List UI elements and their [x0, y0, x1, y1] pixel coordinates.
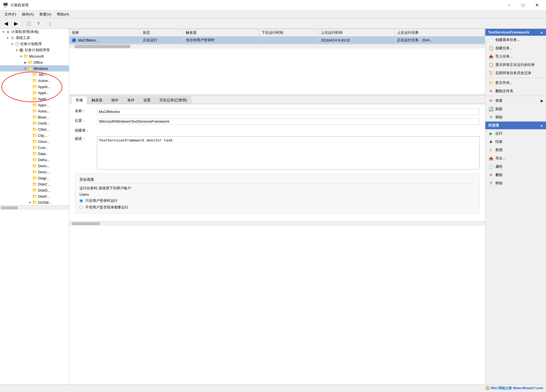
tree-node-appx[interactable]: 📁 Appx... [0, 102, 69, 108]
col-last-run[interactable]: 上次运行时间 [319, 29, 395, 37]
hscroll-thumb[interactable] [1, 207, 18, 209]
action-stop[interactable]: ■ 结束 [485, 138, 546, 146]
tree-node-appli2[interactable]: 📁 Appli... [0, 96, 69, 102]
detail-hscroll-thumb[interactable] [72, 222, 100, 225]
tab-trigger[interactable]: 触发器 [87, 96, 107, 104]
menu-file[interactable]: 文件(F) [2, 11, 19, 18]
action-create-task[interactable]: 📋 创建任务... [485, 44, 546, 52]
name-input[interactable] [97, 109, 480, 115]
tree-node-office[interactable]: ▶ 📁 Office [0, 59, 69, 65]
action-export[interactable]: 📤 导出... [485, 154, 546, 163]
collapse-selected-arrow[interactable]: ▲ [540, 123, 543, 127]
task-next-run-cell [259, 37, 319, 44]
forward-button[interactable]: ▶ [12, 19, 20, 28]
diskc-folder-icon: 📁 [32, 182, 37, 187]
action-disable[interactable]: ⬇ 禁用 [485, 146, 546, 154]
minimize-button[interactable]: － [503, 1, 516, 10]
radio-always-run[interactable] [79, 206, 83, 209]
expand-windows[interactable]: ▼ [23, 67, 28, 70]
action-enable-history[interactable]: 📜 启用所有任务历史记录 [485, 69, 546, 77]
col-last-result[interactable]: 上次运行结果 [395, 29, 485, 37]
tree-node-defra[interactable]: 📁 Defra... [0, 157, 69, 163]
close-button[interactable]: ✕ [530, 1, 543, 10]
menu-action[interactable]: 操作(A) [19, 11, 37, 18]
tree-node-task-lib[interactable]: ▼ 📚 任务计划程序库 [0, 47, 69, 53]
tree-node-dusm[interactable]: ▼ 📁 DUSM... [0, 199, 69, 205]
collapse-main-arrow[interactable]: ▲ [540, 30, 543, 34]
tab-general[interactable]: 常规 [71, 96, 87, 104]
menu-view[interactable]: 查看(V) [37, 11, 54, 18]
expand-system-tools[interactable]: ▼ [6, 37, 10, 40]
tree-node-diagr[interactable]: 📁 Diagr... [0, 175, 69, 181]
tree-node-diskd[interactable]: 📁 DiskD... [0, 187, 69, 193]
diskf-folder-icon: 📁 [32, 194, 37, 199]
tree-node-chkd[interactable]: 📁 Chkd... [0, 126, 69, 132]
tree-node-microsoft[interactable]: ▼ 📁 Microsoft [0, 53, 69, 59]
tree-node-net[interactable]: 📁 .NET [0, 71, 69, 78]
expand-task-lib[interactable]: ▼ [14, 49, 19, 52]
task-name: MsCtfMoni... [78, 38, 99, 42]
left-panel-hscroll[interactable] [0, 205, 69, 210]
bluet-label: Bluet... [38, 115, 49, 119]
action-refresh[interactable]: 🔄 刷新 [485, 105, 546, 113]
col-name[interactable]: 名称 [69, 29, 141, 37]
tree-node-active[interactable]: 📁 Active... [0, 78, 69, 84]
office-folder-icon: 📁 [28, 60, 33, 65]
tree-node-appli1[interactable]: 📁 Appli... [0, 90, 69, 96]
action-delete-folder[interactable]: ✕ 删除文件夹 [485, 87, 546, 95]
col-status[interactable]: 状态 [140, 29, 184, 37]
tree-node-root[interactable]: ▼ 🖥 计算机管理(本地) [0, 29, 69, 35]
run-icon: ▶ [488, 131, 494, 136]
appli1-label: Appli... [38, 91, 49, 95]
expand-office[interactable]: ▶ [23, 61, 28, 64]
tree-node-system-tools[interactable]: ▼ ⚙ 系统工具 [0, 35, 69, 41]
col-next-run[interactable]: 下次运行时间 [259, 29, 319, 37]
help-toolbar-button[interactable]: ? [34, 19, 43, 28]
action-run[interactable]: ▶ 运行 [485, 129, 546, 138]
action-new-folder[interactable]: 📁 新文件夹... [485, 79, 546, 87]
detail-hscroll[interactable] [69, 221, 485, 226]
tree-node-data[interactable]: 📁 Data... [0, 151, 69, 157]
tree-node-clouc[interactable]: 📁 Clouc... [0, 138, 69, 145]
action-properties[interactable]: 🕐 属性 [485, 163, 546, 171]
action-delete[interactable]: ✕ 删除 [485, 171, 546, 179]
tab-condition[interactable]: 条件 [123, 96, 139, 104]
col-trigger[interactable]: 触发器 [184, 29, 259, 37]
tree-node-bluet[interactable]: 📁 Bluet... [0, 114, 69, 120]
location-input[interactable] [97, 118, 480, 125]
task-list-hscroll-thumb[interactable] [75, 45, 130, 48]
description-textarea[interactable] [97, 136, 480, 169]
tree-node-devic1[interactable]: 📁 Devic... [0, 163, 69, 169]
action-selected-help[interactable]: ? 帮助 [485, 179, 546, 187]
tree-node-autoc[interactable]: 📁 Autoc... [0, 108, 69, 114]
expand-dusm[interactable]: ▼ [28, 201, 32, 204]
tab-settings[interactable]: 设置 [139, 96, 155, 104]
tab-action[interactable]: 操作 [107, 96, 123, 104]
radio-logon-only[interactable] [79, 199, 83, 203]
tree-node-devic2[interactable]: 📁 Devic... [0, 169, 69, 175]
action-view[interactable]: 👁 查看 ▶ [485, 97, 546, 105]
maximize-button[interactable]: □ [517, 1, 529, 10]
expand-task-scheduler[interactable]: ▼ [10, 43, 14, 46]
menu-help[interactable]: 帮助(H) [54, 11, 72, 18]
action-main-help[interactable]: ? 帮助 [485, 113, 546, 122]
task-list-hscroll[interactable] [69, 44, 485, 48]
expand-root[interactable]: ▼ [1, 30, 6, 33]
tree-node-custc[interactable]: 📁 Cust... [0, 145, 69, 151]
show-hide-button[interactable]: 📋 [24, 19, 33, 28]
tree-node-clip[interactable]: 📁 Clip... [0, 132, 69, 138]
tree-node-diskc[interactable]: 📁 DiskC... [0, 181, 69, 187]
action-create-basic[interactable]: 📄 创建基本任务... [485, 36, 546, 44]
tree-node-task-scheduler[interactable]: ▼ 🕐 任务计划程序 [0, 41, 69, 47]
tree-node-appid[interactable]: 📁 AppId... [0, 84, 69, 90]
snap-button[interactable]: 📑 [44, 19, 53, 28]
tree-node-windows[interactable]: ▼ 📁 Windows [0, 65, 69, 71]
back-button[interactable]: ◀ [2, 19, 11, 28]
tree-node-certif[interactable]: 📁 Certif... [0, 120, 69, 126]
action-import[interactable]: 📥 导入任务... [485, 52, 546, 61]
action-show-running[interactable]: 📋 显示所有正在运行的任务 [485, 61, 546, 69]
expand-microsoft[interactable]: ▼ [19, 55, 23, 58]
tab-history[interactable]: 历史记录(已禁用) [155, 96, 191, 104]
tree-node-diskf[interactable]: 📁 DiskF... [0, 193, 69, 199]
table-row[interactable]: 🔵 MsCtfMoni... 正在运行 当任何用户登录时 2016/4/14 9… [69, 37, 485, 44]
